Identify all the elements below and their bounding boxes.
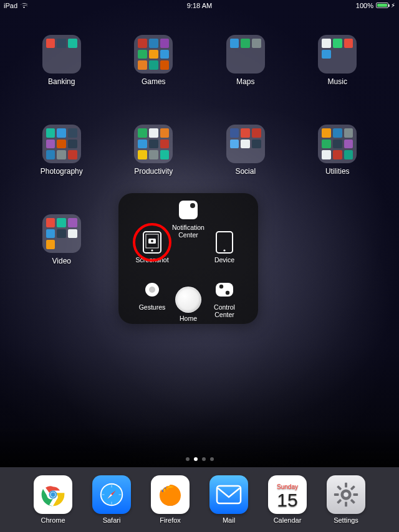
folder-social[interactable]: Social — [209, 125, 282, 199]
folder-label: Banking — [25, 77, 99, 86]
folder-icon — [134, 125, 173, 163]
at-label: Notification Center — [172, 224, 204, 239]
mail-icon — [209, 475, 248, 514]
svg-rect-0 — [179, 201, 198, 219]
page-dot[interactable] — [210, 457, 214, 461]
svg-point-37 — [344, 492, 349, 497]
calendar-icon: Sunday 15 — [268, 475, 307, 514]
svg-point-10 — [149, 287, 155, 293]
svg-point-3 — [151, 249, 153, 251]
at-label: Gestures — [139, 304, 166, 311]
page-dot[interactable] — [194, 457, 198, 461]
dock-app-mail[interactable]: Mail — [209, 475, 248, 524]
dock-label: Mail — [209, 516, 248, 524]
dock-label: Calendar — [268, 516, 307, 524]
at-label: Device — [214, 257, 234, 264]
folder-maps[interactable]: Maps — [209, 35, 282, 110]
dock-app-firefox[interactable]: Firefox — [151, 475, 190, 524]
home-icon — [175, 287, 201, 313]
at-label: Screenshot — [135, 257, 168, 264]
svg-rect-30 — [345, 502, 347, 507]
dock-label: Firefox — [151, 516, 190, 524]
dock-app-calendar[interactable]: Sunday 15 Calendar — [268, 475, 307, 524]
gestures-icon — [140, 278, 164, 302]
svg-rect-11 — [216, 283, 233, 297]
at-device[interactable]: Device — [206, 230, 243, 264]
svg-point-13 — [226, 291, 229, 295]
at-label: Control Center — [214, 304, 235, 318]
assistive-touch-panel[interactable]: Notification Center Screenshot Device Ge… — [118, 193, 258, 324]
folder-utilities[interactable]: Utilities — [301, 125, 375, 199]
notification-center-icon — [176, 198, 200, 222]
dock-label: Settings — [327, 516, 365, 524]
svg-rect-35 — [337, 485, 342, 490]
folder-icon — [42, 125, 81, 163]
page-dot[interactable] — [202, 457, 206, 461]
folder-label: Video — [25, 257, 99, 265]
firefox-icon — [151, 475, 190, 514]
folder-photography[interactable]: Photography — [25, 125, 99, 199]
dock-label: Chrome — [34, 516, 72, 524]
svg-point-8 — [223, 249, 225, 251]
svg-point-1 — [190, 203, 195, 208]
dock-app-settings[interactable]: Settings — [327, 475, 365, 524]
folder-icon — [42, 214, 81, 253]
dock-app-chrome[interactable]: Chrome — [34, 475, 72, 524]
clock: 9:18 AM — [0, 2, 399, 9]
folder-label: Utilities — [301, 167, 375, 176]
folder-icon — [226, 125, 265, 163]
device-icon — [213, 230, 236, 254]
folder-banking[interactable]: Banking — [25, 35, 99, 110]
at-gestures[interactable]: Gestures — [133, 278, 171, 311]
page-dot[interactable] — [186, 457, 190, 461]
dock: Chrome Safari Firefox Mail Sunday 15 Cal… — [0, 467, 399, 532]
svg-point-17 — [50, 492, 55, 496]
at-label: Home — [180, 315, 197, 323]
folder-label: Productivity — [117, 167, 191, 176]
at-screenshot[interactable]: Screenshot — [133, 230, 171, 264]
at-notification-center[interactable]: Notification Center — [170, 198, 207, 239]
folder-label: Games — [117, 77, 191, 86]
folder-icon — [134, 35, 173, 74]
screenshot-icon — [140, 230, 164, 254]
battery-icon — [376, 2, 388, 8]
safari-icon — [92, 475, 131, 514]
folder-label: Photography — [25, 167, 99, 176]
folder-games[interactable]: Games — [117, 35, 191, 110]
folder-icon — [318, 35, 357, 74]
status-bar: iPad 9:18 AM 100% ⚡︎ — [0, 0, 399, 10]
svg-rect-33 — [350, 485, 355, 490]
chrome-icon — [34, 475, 72, 514]
folder-icon — [42, 35, 81, 74]
folder-productivity[interactable]: Productivity — [117, 125, 191, 199]
folder-icon — [318, 125, 357, 163]
svg-rect-32 — [353, 493, 358, 496]
page-indicator[interactable] — [0, 457, 399, 461]
svg-rect-36 — [350, 499, 355, 504]
at-home[interactable]: Home — [170, 287, 207, 323]
folder-icon — [226, 35, 265, 74]
control-center-icon — [213, 278, 236, 302]
folder-label: Maps — [209, 77, 282, 86]
dock-app-safari[interactable]: Safari — [92, 475, 131, 524]
folder-label: Social — [209, 167, 282, 176]
svg-point-12 — [219, 285, 223, 288]
svg-rect-34 — [337, 499, 342, 504]
folder-label: Music — [301, 77, 375, 86]
folder-video[interactable]: Video — [25, 214, 99, 289]
folder-music[interactable]: Music — [301, 35, 375, 110]
calendar-day: 15 — [277, 491, 297, 510]
svg-rect-29 — [345, 483, 347, 488]
at-control-center[interactable]: Control Center — [206, 278, 243, 318]
dock-label: Safari — [92, 516, 131, 524]
svg-rect-31 — [334, 493, 339, 496]
svg-rect-27 — [217, 486, 241, 503]
svg-point-6 — [151, 240, 153, 242]
settings-icon — [327, 475, 365, 514]
